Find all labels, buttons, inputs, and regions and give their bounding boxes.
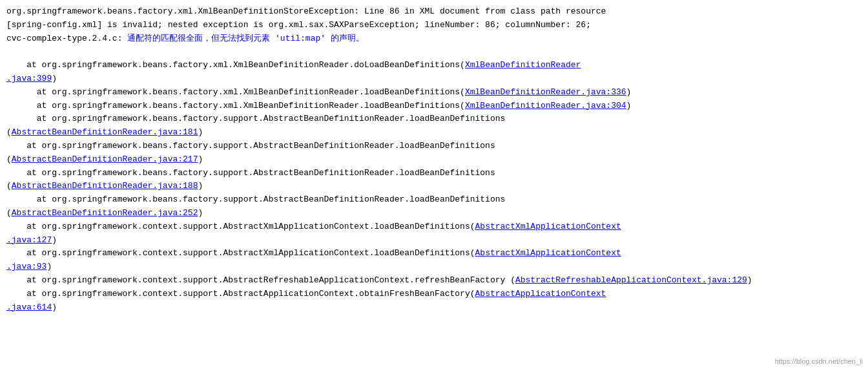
stack-frame-7: at org.springframework.beans.factory.sup… [6, 193, 862, 220]
error-header: org.springframework.beans.factory.xml.Xm… [6, 5, 862, 45]
watermark: https://blog.csdn.net/chen_li [775, 356, 863, 367]
stack-frame-8: at org.springframework.context.support.A… [6, 220, 862, 248]
link-abstractbeandefinitionreader-188[interactable]: AbstractBeanDefinitionReader.java:188 [12, 181, 198, 191]
stack-frame-5: at org.springframework.beans.factory.sup… [6, 140, 862, 167]
stack-frame-4: at org.springframework.beans.factory.sup… [6, 112, 862, 140]
link-abstractbeandefinitionreader-217[interactable]: AbstractBeanDefinitionReader.java:217 [12, 154, 198, 164]
link-xmlbeandefinitionreader-399[interactable]: XmlBeanDefinitionReader.java:399 [6, 60, 581, 83]
link-xmlbeandefinitionreader-336[interactable]: XmlBeanDefinitionReader.java:336 [465, 87, 626, 97]
stack-frame-2: at org.springframework.beans.factory.xml… [6, 86, 862, 100]
error-line3-prefix: cvc-complex-type.2.4.c: [6, 34, 127, 43]
link-abstractrefreshableapplicationcontext-129[interactable]: AbstractRefreshableApplicationContext.ja… [515, 275, 747, 285]
console-output: org.springframework.beans.factory.xml.Xm… [0, 0, 868, 369]
stack-frame-11: at org.springframework.context.support.A… [6, 288, 862, 315]
link-xmlbeandefinitionreader-304[interactable]: XmlBeanDefinitionReader.java:304 [465, 101, 626, 111]
link-abstractxmlapplicationcontext-93[interactable]: AbstractXmlApplicationContext.java:93 [6, 248, 621, 271]
stack-frame-3: at org.springframework.beans.factory.xml… [6, 100, 862, 113]
link-abstractapplicationcontext-614[interactable]: AbstractApplicationContext.java:614 [6, 289, 606, 312]
link-abstractbeandefinitionreader-181[interactable]: AbstractBeanDefinitionReader.java:181 [12, 127, 198, 137]
error-line3-chinese: 通配符的匹配很全面，但无法找到元素 'util:map' 的声明。 [127, 34, 364, 43]
link-abstractbeandefinitionreader-252[interactable]: AbstractBeanDefinitionReader.java:252 [12, 208, 198, 218]
stack-frame-1: at org.springframework.beans.factory.xml… [6, 59, 862, 86]
error-line1: org.springframework.beans.factory.xml.Xm… [6, 6, 606, 16]
stack-frame-6: at org.springframework.beans.factory.sup… [6, 167, 862, 194]
link-abstractxmlapplicationcontext-127[interactable]: AbstractXmlApplicationContext.java:127 [6, 222, 621, 245]
stack-frame-10: at org.springframework.context.support.A… [6, 274, 862, 288]
stack-frame-9: at org.springframework.context.support.A… [6, 247, 862, 274]
error-line2: [spring-config.xml] is invalid; nested e… [6, 20, 591, 30]
